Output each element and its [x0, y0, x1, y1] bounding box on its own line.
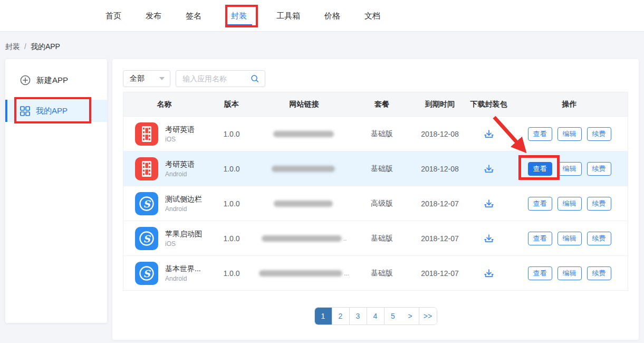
renew-button[interactable]: 续费: [587, 266, 611, 280]
pagination-last-button[interactable]: >>: [419, 308, 437, 325]
renew-button[interactable]: 续费: [587, 127, 611, 141]
view-button[interactable]: 查看: [528, 232, 552, 245]
expiry-date: 2018-12-07: [414, 234, 466, 243]
package-tier: 基础版: [350, 234, 414, 243]
sidebar-item-my-app[interactable]: 我的APP: [5, 100, 107, 122]
download-cell: [466, 128, 511, 140]
app-name-cell: S 苹果启动图 iOS: [123, 227, 205, 250]
pagination-page-button[interactable]: 5: [385, 308, 402, 325]
operations-cell: 查看 编辑 续费: [511, 232, 628, 245]
view-button[interactable]: 查看: [528, 127, 552, 141]
nav-tab[interactable]: 封装: [226, 11, 252, 21]
svg-text:S: S: [143, 268, 151, 279]
pagination-next-button[interactable]: >: [402, 308, 419, 325]
blurred-link-bar: [259, 270, 342, 277]
table-column-header: 操作: [511, 100, 628, 109]
app-name: 考研英语: [165, 160, 195, 169]
sidebar-item-label: 我的APP: [36, 106, 68, 116]
table-header: 名称 版本 网站链接 套餐 到期时间 下载封装包 操作: [123, 92, 628, 117]
main-panel: 全部 名称 版本 网站链接 套餐 到期时间 下载封装包 操作: [112, 59, 639, 340]
app-name-cell: 考研英语 Android: [123, 157, 205, 180]
nav-tab[interactable]: 工具箱: [276, 11, 300, 21]
app-name: 测试侧边栏: [165, 195, 202, 204]
edit-button[interactable]: 编辑: [558, 162, 582, 176]
breadcrumb-section[interactable]: 封装: [5, 42, 20, 51]
view-button[interactable]: 查看: [528, 197, 552, 211]
top-nav: 首页 发布 签名 封装 工具箱 价格 文档: [105, 0, 380, 32]
expiry-date: 2018-12-07: [414, 269, 466, 278]
view-button[interactable]: 查看: [528, 162, 552, 176]
search-icon[interactable]: [250, 74, 259, 83]
pagination-group: 1 2 3 4 5 > >>: [314, 307, 437, 325]
expiry-date: 2018-12-07: [414, 199, 466, 208]
website-link-masked: ...: [258, 270, 350, 277]
search-input[interactable]: [182, 74, 248, 83]
download-cell: [466, 233, 511, 244]
svg-text:S: S: [143, 198, 151, 209]
download-icon[interactable]: [483, 198, 495, 209]
table-row: S 基本世界... Android 1.0.0 ... 基础版 2018-12-…: [123, 256, 628, 291]
nav-tab[interactable]: 价格: [324, 11, 340, 21]
download-icon[interactable]: [483, 233, 495, 244]
apps-table: 名称 版本 网站链接 套餐 到期时间 下载封装包 操作: [123, 92, 628, 291]
download-icon[interactable]: [483, 268, 495, 279]
top-header: 首页 发布 签名 封装 工具箱 价格 文档: [0, 0, 644, 32]
blurred-link-bar: [273, 131, 334, 137]
filter-dropdown[interactable]: 全部: [123, 70, 170, 87]
operations-cell: 查看 编辑 续费: [511, 127, 628, 141]
sidebar-item-new-app[interactable]: 新建APP: [5, 69, 107, 91]
edit-button[interactable]: 编辑: [558, 197, 582, 211]
app-version: 1.0.0: [205, 165, 258, 173]
sidebar: 新建APP 我的APP: [5, 59, 107, 323]
breadcrumb-current: 我的APP: [31, 42, 60, 51]
nav-tab[interactable]: 文档: [364, 11, 380, 21]
download-icon[interactable]: [483, 163, 495, 175]
breadcrumb: 封装/我的APP: [5, 42, 60, 52]
operations-cell: 查看 编辑 续费: [511, 197, 628, 211]
pagination-page-button[interactable]: 4: [367, 308, 385, 325]
s-logo-app-icon: S: [135, 192, 158, 215]
edit-button[interactable]: 编辑: [558, 266, 582, 280]
download-icon[interactable]: [483, 128, 495, 140]
renew-button[interactable]: 续费: [587, 197, 611, 211]
renew-button[interactable]: 续费: [587, 232, 611, 245]
expiry-date: 2018-12-08: [414, 130, 466, 138]
pagination-page-button[interactable]: 3: [350, 308, 367, 325]
link-ellipsis: ..: [343, 235, 347, 242]
table-body: 考研英语 iOS 1.0.0 基础版 2018-12-08 查看 编辑: [123, 117, 628, 291]
pagination-page-button[interactable]: 2: [332, 308, 350, 325]
table-column-header: 到期时间: [414, 100, 466, 109]
nav-tab[interactable]: 首页: [105, 11, 121, 21]
film-app-icon: [135, 122, 158, 146]
table-row: 考研英语 iOS 1.0.0 基础版 2018-12-08 查看 编辑: [123, 117, 628, 151]
nav-tab[interactable]: 发布: [146, 11, 161, 21]
nav-tab[interactable]: 签名: [186, 11, 201, 21]
pagination-page-button[interactable]: 1: [315, 308, 332, 325]
link-ellipsis: ...: [344, 270, 349, 277]
svg-text:S: S: [143, 233, 151, 244]
website-link-masked: ..: [258, 235, 350, 242]
edit-button[interactable]: 编辑: [558, 232, 582, 245]
sidebar-item-label: 新建APP: [36, 75, 68, 85]
download-cell: [466, 198, 511, 209]
operations-cell: 查看 编辑 续费: [511, 266, 628, 280]
app-name-cell: S 基本世界... Android: [123, 262, 205, 285]
table-row: S 测试侧边栏 Android 1.0.0 高级版 2018-12-07: [123, 186, 628, 221]
package-tier: 基础版: [350, 164, 414, 174]
blurred-link-bar: [272, 166, 335, 172]
package-tier: 基础版: [350, 269, 414, 278]
blurred-link-bar: [262, 235, 342, 242]
view-button[interactable]: 查看: [528, 266, 552, 280]
operations-cell: 查看 编辑 续费: [511, 162, 628, 176]
app-version: 1.0.0: [205, 269, 258, 278]
app-platform: iOS: [165, 240, 202, 247]
chevron-down-icon: [159, 77, 165, 80]
download-cell: [466, 163, 511, 175]
app-name: 苹果启动图: [165, 230, 202, 239]
table-column-header: 名称: [123, 100, 205, 109]
renew-button[interactable]: 续费: [587, 162, 611, 176]
edit-button[interactable]: 编辑: [558, 127, 582, 141]
expiry-date: 2018-12-08: [414, 165, 466, 173]
plus-circle-icon: [20, 75, 31, 85]
website-link-masked: [258, 166, 350, 172]
